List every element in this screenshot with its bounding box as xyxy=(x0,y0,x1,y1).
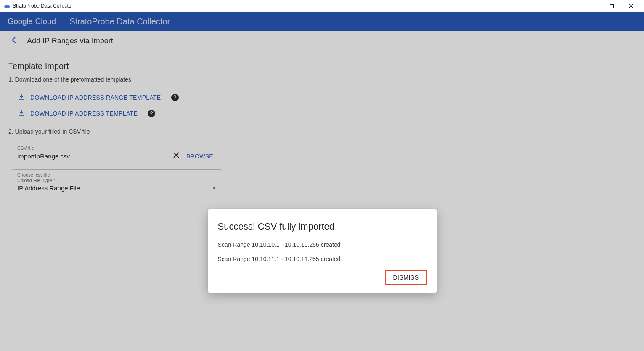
dialog-message-1: Scan Range 10.10.10.1 - 10.10.10.255 cre… xyxy=(218,241,427,248)
window-controls xyxy=(583,0,641,12)
dialog-title: Success! CSV fully imported xyxy=(218,221,427,232)
close-button[interactable] xyxy=(621,0,641,12)
success-dialog: Success! CSV fully imported Scan Range 1… xyxy=(208,209,437,293)
window-title: StratoProbe Data Collector xyxy=(13,3,73,9)
dialog-message-2: Scan Range 10.10.11.1 - 10.10.11.255 cre… xyxy=(218,256,427,262)
svg-rect-1 xyxy=(610,4,613,8)
maximize-button[interactable] xyxy=(602,0,621,12)
app-icon xyxy=(3,3,10,9)
titlebar-left: StratoProbe Data Collector xyxy=(3,3,73,9)
modal-scrim xyxy=(0,12,644,351)
window-titlebar: StratoProbe Data Collector xyxy=(0,0,644,12)
dismiss-button[interactable]: DISMISS xyxy=(385,270,426,285)
minimize-button[interactable] xyxy=(583,0,602,12)
dialog-actions: DISMISS xyxy=(218,270,427,285)
